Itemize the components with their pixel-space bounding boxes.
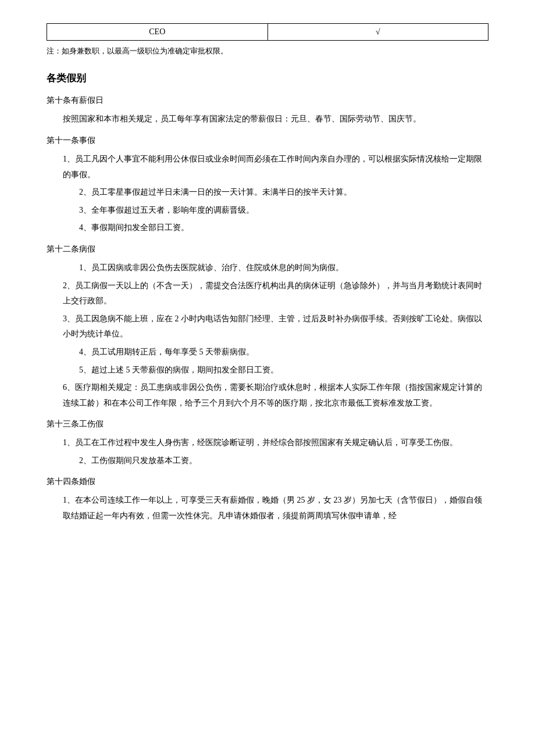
article-paragraph: 4、员工试用期转正后，每年享受 5 天带薪病假。: [47, 345, 488, 360]
article-paragraph: 按照国家和本市相关规定，员工每年享有国家法定的带薪假日：元旦、春节、国际劳动节、…: [47, 112, 488, 127]
table-cell-ceo: CEO: [47, 24, 268, 41]
approval-table: CEO √: [47, 23, 488, 41]
table-cell-checkmark: √: [268, 24, 488, 41]
article-title: 第十一条事假: [47, 135, 488, 146]
article-title: 第十条有薪假日: [47, 95, 488, 106]
article-paragraph: 2、工伤假期间只发放基本工资。: [47, 453, 488, 469]
table-row: CEO √: [47, 24, 488, 41]
article-paragraph: 6、医疗期相关规定：员工患病或非因公负伤，需要长期治疗或休息时，根据本人实际工作…: [47, 380, 488, 411]
table-note: 注：如身兼数职，以最高一级职位为准确定审批权限。: [47, 44, 488, 58]
article-paragraph: 1、员工因病或非因公负伤去医院就诊、治疗、住院或休息的时间为病假。: [47, 260, 488, 276]
article-paragraph: 1、在本公司连续工作一年以上，可享受三天有薪婚假，晚婚（男 25 岁，女 23 …: [47, 493, 488, 524]
article-paragraph: 2、员工病假一天以上的（不含一天），需提交合法医疗机构出具的病休证明（急诊除外）…: [47, 278, 488, 309]
article-paragraph: 2、员工零星事假超过半日未满一日的按一天计算。未满半日的按半天计算。: [47, 185, 488, 200]
articles-container: 第十条有薪假日按照国家和本市相关规定，员工每年享有国家法定的带薪假日：元旦、春节…: [47, 95, 488, 524]
article-paragraph: 1、员工在工作过程中发生人身伤害，经医院诊断证明，并经综合部按照国家有关规定确认…: [47, 435, 488, 451]
section-title-leaves: 各类假别: [47, 71, 488, 85]
article-title: 第十四条婚假: [47, 476, 488, 487]
article-paragraph: 4、事假期间扣发全部日工资。: [47, 220, 488, 236]
article-paragraph: 1、员工凡因个人事宜不能利用公休假日或业余时间而必须在工作时间内亲自办理的，可以…: [47, 152, 488, 182]
ceo-table-container: CEO √: [47, 23, 488, 41]
article-paragraph: 3、员工因急病不能上班，应在 2 小时内电话告知部门经理、主管，过后及时补办病假…: [47, 311, 488, 342]
article-paragraph: 3、全年事假超过五天者，影响年度的调薪晋级。: [47, 203, 488, 218]
article-title: 第十三条工伤假: [47, 419, 488, 429]
article-paragraph: 5、超过上述 5 天带薪假的病假，期间扣发全部日工资。: [47, 363, 488, 378]
article-title: 第十二条病假: [47, 244, 488, 255]
